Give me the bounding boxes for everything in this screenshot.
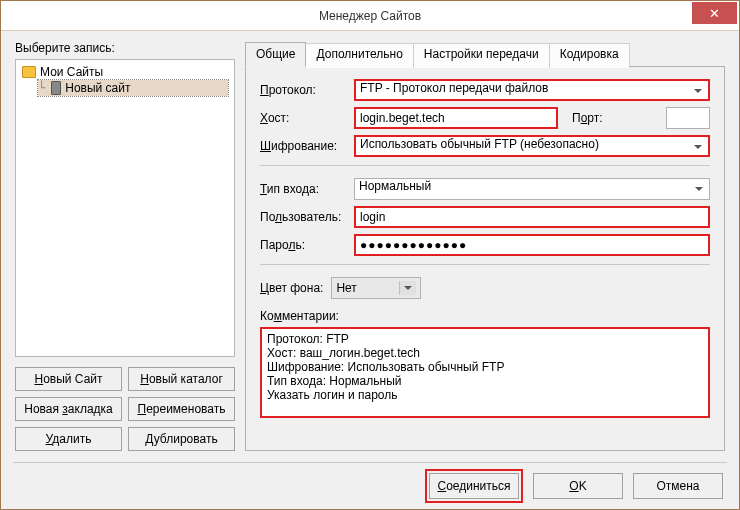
folder-icon — [22, 66, 36, 78]
user-label: Пользователь: — [260, 210, 346, 224]
protocol-select[interactable]: FTP - Протокол передачи файлов — [354, 79, 710, 101]
ok-button[interactable]: OK — [533, 473, 623, 499]
port-label: Порт: — [572, 111, 658, 125]
connect-button[interactable]: Соединиться — [429, 473, 519, 499]
host-input[interactable] — [354, 107, 558, 129]
tab-advanced[interactable]: Дополнительно — [305, 43, 413, 68]
connect-highlight: Соединиться — [425, 469, 523, 503]
tab-charset[interactable]: Кодировка — [549, 43, 630, 68]
tabs: Общие Дополнительно Настройки передачи К… — [245, 41, 725, 66]
password-label: Пароль: — [260, 238, 346, 252]
tree-item-root[interactable]: Мои Сайты — [22, 64, 228, 80]
tree-item-new-site[interactable]: └ Новый сайт — [38, 80, 228, 96]
cancel-button[interactable]: Отмена — [633, 473, 723, 499]
encryption-select[interactable]: Использовать обычный FTP (небезопасно) — [354, 135, 710, 157]
logon-type-select[interactable]: Нормальный — [354, 178, 710, 200]
user-input[interactable] — [354, 206, 710, 228]
general-panel: Протокол: FTP - Протокол передачи файлов… — [245, 66, 725, 451]
footer: Соединиться OK Отмена — [1, 463, 739, 509]
logon-type-value: Нормальный — [359, 179, 431, 193]
new-bookmark-button[interactable]: Новая закладка — [15, 397, 122, 421]
delete-button[interactable]: Удалить — [15, 427, 122, 451]
protocol-label: Протокол: — [260, 83, 346, 97]
tree-item-label: Новый сайт — [65, 81, 130, 95]
password-value: ●●●●●●●●●●●●● — [360, 238, 467, 252]
new-site-button[interactable]: Новый Сайт — [15, 367, 122, 391]
close-icon[interactable]: ✕ — [692, 2, 737, 24]
rename-button[interactable]: Переименовать — [128, 397, 235, 421]
window-title: Менеджер Сайтов — [1, 9, 739, 23]
tab-general[interactable]: Общие — [245, 42, 306, 67]
comments-textarea[interactable] — [263, 330, 707, 412]
port-input[interactable] — [666, 107, 710, 129]
new-folder-button[interactable]: Новый каталог — [128, 367, 235, 391]
chevron-down-icon — [404, 286, 412, 294]
bgcolor-label: Цвет фона: — [260, 281, 323, 295]
select-entry-label: Выберите запись: — [15, 41, 235, 55]
tree-item-label: Мои Сайты — [40, 65, 103, 79]
bgcolor-select[interactable]: Нет — [331, 277, 421, 299]
sites-tree[interactable]: Мои Сайты └ Новый сайт — [15, 59, 235, 357]
duplicate-button[interactable]: Дублировать — [128, 427, 235, 451]
comments-label: Комментарии: — [260, 309, 710, 323]
server-icon — [51, 81, 61, 95]
site-manager-window: Менеджер Сайтов ✕ Выберите запись: Мои С… — [0, 0, 740, 510]
separator — [260, 264, 710, 265]
separator — [260, 165, 710, 166]
host-label: Хост: — [260, 111, 346, 125]
tab-transfer[interactable]: Настройки передачи — [413, 43, 550, 68]
bgcolor-value: Нет — [336, 281, 356, 295]
encryption-value: Использовать обычный FTP (небезопасно) — [360, 137, 599, 151]
logon-type-label: Тип входа: — [260, 182, 346, 196]
tree-connector-icon: └ — [38, 81, 45, 95]
encryption-label: Шифрование: — [260, 139, 346, 153]
titlebar: Менеджер Сайтов ✕ — [1, 1, 739, 31]
protocol-value: FTP - Протокол передачи файлов — [360, 81, 548, 95]
password-input[interactable]: ●●●●●●●●●●●●● — [354, 234, 710, 256]
